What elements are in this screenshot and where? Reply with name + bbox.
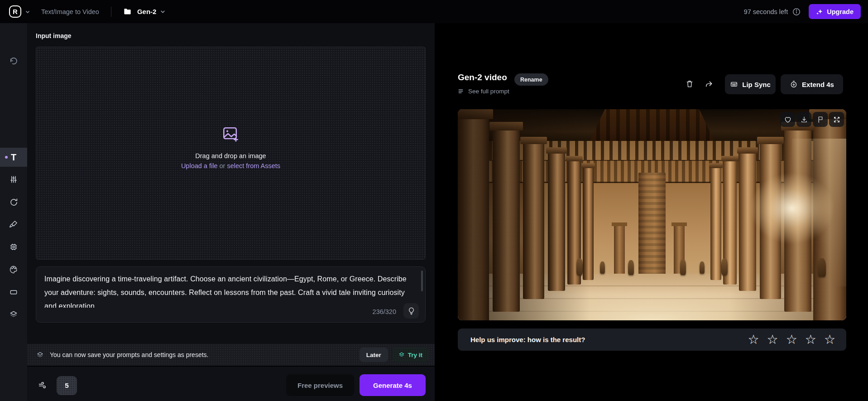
delete-button[interactable] (682, 76, 697, 92)
chevron-down-icon[interactable] (25, 9, 30, 14)
star-1[interactable]: ☆ (748, 333, 759, 346)
topbar-divider (111, 7, 111, 17)
top-bar: R Text/Image to Video Gen-2 97 seconds l… (0, 0, 868, 23)
runway-app: R Text/Image to Video Gen-2 97 seconds l… (0, 0, 868, 401)
preset-teal-icon (398, 352, 405, 358)
banner-message: You can now save your prompts and settin… (50, 351, 208, 358)
share-arrow-icon (704, 79, 714, 89)
star-2[interactable]: ☆ (767, 333, 778, 346)
select-assets-link[interactable]: select from Assets (227, 162, 280, 169)
upgrade-label: Upgrade (827, 8, 854, 15)
expand-sidebar-icon[interactable] (0, 397, 27, 401)
see-full-prompt-label: See full prompt (468, 88, 509, 95)
generation-footer: 5 Free previews Generate 4s (27, 366, 435, 401)
or-text: or (220, 162, 225, 169)
rating-stars: ☆ ☆ ☆ ☆ ☆ (748, 333, 835, 346)
see-full-prompt[interactable]: See full prompt (458, 88, 509, 95)
tool-text[interactable]: T (0, 148, 27, 167)
favorite-button[interactable] (780, 112, 795, 127)
preview-count-badge[interactable]: 5 (57, 376, 77, 395)
upload-file-link[interactable]: Upload a file (181, 162, 218, 169)
frame-icon[interactable] (0, 283, 27, 301)
add-image-icon (221, 124, 240, 144)
generate-button[interactable]: Generate 4s (360, 374, 426, 396)
download-button[interactable] (796, 112, 811, 127)
prompt-lines-icon (458, 88, 465, 95)
banner-actions: Later Try it (360, 348, 428, 362)
try-it-button[interactable]: Try it (393, 348, 428, 362)
star-5[interactable]: ☆ (824, 333, 835, 346)
prompt-text: Imagine discovering a time-traveling art… (44, 272, 415, 308)
extend-label: Extend 4s (802, 81, 834, 88)
rotate-3d-icon[interactable] (0, 193, 27, 211)
brush-icon[interactable] (0, 215, 27, 233)
video-statue (628, 260, 634, 275)
text-tool-icon: T (11, 152, 16, 163)
prompt-scrollbar[interactable] (421, 271, 423, 291)
lightbulb-icon (407, 307, 416, 315)
layers-icon[interactable] (0, 305, 27, 324)
free-previews-button[interactable]: Free previews (286, 374, 354, 396)
try-it-label: Try it (408, 352, 422, 358)
flow-icon[interactable] (38, 381, 48, 390)
preview-count: 5 (65, 382, 69, 390)
download-icon (800, 116, 808, 124)
lip-sync-button[interactable]: Lip Sync (725, 74, 776, 94)
preset-banner: You can now save your prompts and settin… (27, 344, 435, 366)
extend-button[interactable]: Extend 4s (781, 74, 843, 94)
video-statue (700, 261, 705, 274)
active-tool-dot (5, 156, 8, 159)
lip-sync-icon (730, 80, 738, 88)
project-chevron-down-icon[interactable] (160, 9, 166, 14)
input-image-label: Input image (36, 32, 72, 39)
palette-icon[interactable] (0, 261, 27, 279)
tool-rail: T (0, 23, 27, 401)
feedback-bar: Help us improve: how is the result? ☆ ☆ … (458, 329, 846, 351)
dropzone-content: Drag and drop an image Upload a file or … (181, 124, 280, 169)
fullscreen-button[interactable] (829, 112, 844, 127)
generated-video[interactable] (458, 109, 846, 320)
sparkles-icon (816, 8, 823, 15)
prompt-ideas-button[interactable] (403, 303, 419, 319)
flag-icon (816, 116, 825, 124)
undo-icon[interactable] (0, 53, 27, 71)
video-left-shadow (458, 109, 590, 320)
settings-panel: Input image Drag and drop an image Uploa… (27, 23, 435, 401)
rename-button[interactable]: Rename (514, 73, 548, 86)
upgrade-button[interactable]: Upgrade (809, 4, 861, 19)
video-window-glow (749, 173, 835, 244)
video-statue (680, 259, 686, 275)
dropzone-links: Upload a file or select from Assets (181, 162, 280, 169)
report-button[interactable] (813, 112, 828, 127)
star-4[interactable]: ☆ (805, 333, 816, 346)
presets-icon (36, 351, 44, 359)
star-3[interactable]: ☆ (786, 333, 797, 346)
video-statue (721, 258, 728, 275)
later-button[interactable]: Later (360, 348, 388, 362)
stopwatch-plus-icon (790, 80, 798, 88)
char-count: 236/320 (373, 308, 396, 315)
folder-icon (123, 7, 132, 16)
sliders-icon[interactable] (0, 170, 27, 188)
mode-label[interactable]: Text/Image to Video (41, 8, 99, 15)
video-statue (600, 261, 605, 274)
heart-icon (784, 116, 792, 124)
share-button[interactable] (701, 76, 716, 92)
feedback-question: Help us improve: how is the result? (470, 336, 585, 343)
runway-logo-icon[interactable]: R (9, 5, 21, 18)
info-icon[interactable] (792, 8, 801, 16)
fullscreen-icon (833, 116, 841, 124)
video-actions (780, 112, 844, 127)
image-dropzone[interactable]: Drag and drop an image Upload a file or … (36, 47, 426, 260)
project-name[interactable]: Gen-2 (137, 8, 157, 15)
lip-sync-label: Lip Sync (742, 81, 771, 88)
time-left-label: 97 seconds left (744, 8, 788, 15)
drag-drop-text: Drag and drop an image (195, 152, 266, 159)
prompt-input[interactable]: Imagine discovering a time-traveling art… (36, 266, 426, 323)
trash-icon (685, 79, 694, 88)
chip-icon[interactable] (0, 238, 27, 256)
result-title: Gen-2 video (458, 72, 507, 82)
